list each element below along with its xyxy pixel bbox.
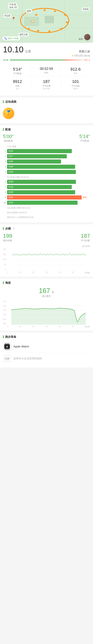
svg-point-33 <box>12 254 13 255</box>
pace-row-8: 8 5'09" <box>3 190 90 194</box>
svg-point-94 <box>80 254 81 255</box>
elevation-y-axis: 244 234 224 214 204 194 <box>3 300 6 325</box>
svg-point-82 <box>67 254 68 255</box>
svg-point-53 <box>35 254 35 255</box>
duration-value: 00:52:59 <box>40 67 53 71</box>
svg-text:9: 9 <box>38 30 38 32</box>
location-flag: 📍 <box>11 17 16 21</box>
stats-grid-1: 5'14" 平均配速 00:52:59 时长 912.6 千卡 <box>3 64 90 76</box>
stat-calories: 912.6 千卡 <box>61 66 90 76</box>
svg-point-61 <box>44 254 44 254</box>
svg-point-68 <box>51 254 52 255</box>
stat-step-freq: 187 平均步频 (步/分钟) <box>32 78 61 91</box>
svg-point-98 <box>85 255 86 256</box>
step-freq-unit: (步/分钟) <box>3 245 90 248</box>
map-label-shengshi: 盛世大路 <box>19 33 29 36</box>
step-freq-fastest-val: 199 <box>3 233 12 239</box>
svg-point-75 <box>59 255 60 256</box>
svg-text:⌚: ⌚ <box>6 346 8 348</box>
svg-point-90 <box>76 254 77 255</box>
map-label-huayun: 华运路 <box>3 14 11 18</box>
svg-text:1: 1 <box>32 21 33 22</box>
svg-point-70 <box>54 254 54 255</box>
step-freq-header: 199 最快步频 187 平均步频 <box>3 233 90 242</box>
svg-point-85 <box>70 254 71 255</box>
svg-text:4: 4 <box>55 11 55 12</box>
pace-fastest-item: 5'00" 最快配速 <box>3 134 14 142</box>
pace-row-1: 1 5'20" <box>3 149 90 153</box>
add-shoe-item[interactable]: 选择本次运动使用的跑鞋 <box>3 352 90 365</box>
sun-icon: ☀ <box>71 54 74 57</box>
avatar <box>84 34 91 40</box>
add-shoe-label: 选择本次运动使用的跑鞋 <box>13 357 42 360</box>
pace-row-2: 2 5'27" <box>3 154 90 158</box>
svg-point-49 <box>30 254 31 255</box>
step-width-label: 平均步幅 <box>71 84 80 87</box>
achievement-title: 运动成就 <box>3 100 90 104</box>
svg-point-83 <box>68 254 69 255</box>
svg-point-92 <box>78 255 79 256</box>
stat-pace: 5'14" 平均配速 <box>3 66 32 76</box>
svg-point-35 <box>14 255 15 256</box>
pace-col-pace: 配速 <box>12 145 16 148</box>
svg-point-66 <box>49 254 50 255</box>
svg-point-37 <box>17 254 17 255</box>
elevation-unit: 米 <box>52 291 54 294</box>
svg-text:8: 8 <box>49 31 50 32</box>
achievement-area: 🏅 <box>3 106 90 121</box>
pace-row-9: 9 5'00" 最快 <box>3 196 90 200</box>
section-bar <box>3 100 4 103</box>
elevation-x-axis: 0 10 20 30 40 50 (分钟) <box>7 326 90 328</box>
pace-avg-value: 5'14" <box>13 67 22 72</box>
step-freq-info-icon: ⓘ <box>13 227 15 230</box>
pace-row-5: 5 5'08" <box>3 170 90 174</box>
calories-label: 千卡 <box>74 72 78 75</box>
svg-point-63 <box>46 255 46 256</box>
steps-value: 9912 <box>13 79 22 84</box>
user-name: 奔跑三叔 <box>79 50 90 53</box>
svg-point-51 <box>32 254 33 255</box>
pace-avg-item: 5'14" 平均配速 <box>79 134 90 142</box>
svg-point-97 <box>84 254 85 255</box>
pace-avg-header-val: 5'14" <box>79 134 90 139</box>
svg-point-80 <box>65 255 66 256</box>
map-label-jinguang: 金苑 J区 <box>8 6 18 9</box>
svg-point-76 <box>60 254 61 255</box>
pace-section-bar <box>3 128 4 131</box>
steps-label: 步数 <box>15 84 19 87</box>
svg-point-38 <box>18 255 19 256</box>
achievement-section: 运动成就 🏅 <box>0 98 93 123</box>
steps-unit: (步) <box>16 87 19 90</box>
step-freq-fastest-label: 最快步频 <box>3 239 12 242</box>
svg-point-88 <box>74 254 74 255</box>
elevation-chart: 0 10 20 30 40 50 (分钟) <box>7 300 90 328</box>
svg-text:5: 5 <box>65 14 66 16</box>
svg-rect-106 <box>5 343 9 344</box>
svg-point-89 <box>75 254 76 254</box>
svg-point-72 <box>56 254 57 254</box>
step-freq-chart-container: 200 150 100 50 0 <box>3 248 90 274</box>
distance-value: 10.10 <box>3 45 23 54</box>
svg-point-36 <box>16 254 16 255</box>
svg-point-77 <box>61 254 62 255</box>
svg-point-39 <box>19 254 20 255</box>
stat-step-width: 101 平均步幅 (厘米) <box>61 78 90 91</box>
pace-avg-header-label: 平均配速 <box>80 139 89 142</box>
elevation-header: 167 米 累计爬升 <box>3 287 90 298</box>
svg-text:2: 2 <box>36 14 37 16</box>
svg-point-73 <box>57 254 58 255</box>
svg-point-96 <box>83 254 83 254</box>
svg-point-44 <box>24 254 25 255</box>
svg-point-74 <box>58 254 59 255</box>
svg-point-46 <box>27 254 27 255</box>
svg-rect-107 <box>5 349 9 350</box>
distance-unit: 公里 <box>25 50 31 53</box>
pace-section: 配速 5'00" 最快配速 5'14" 平均配速 公里 配速 1 5'20" 2 <box>0 125 93 222</box>
pace-note-5km: 5公里累计用时 00:26:42 <box>3 175 90 180</box>
svg-point-78 <box>63 254 63 254</box>
svg-point-45 <box>26 255 26 256</box>
svg-text:3: 3 <box>44 10 45 11</box>
pace-row-7: 7 5'16" <box>3 185 90 189</box>
stats-main: 10.10 公里 奔跑三叔 ☀ 6月12日 05:03 ●5'36" 5'00"… <box>0 43 93 96</box>
svg-point-34 <box>13 254 14 255</box>
